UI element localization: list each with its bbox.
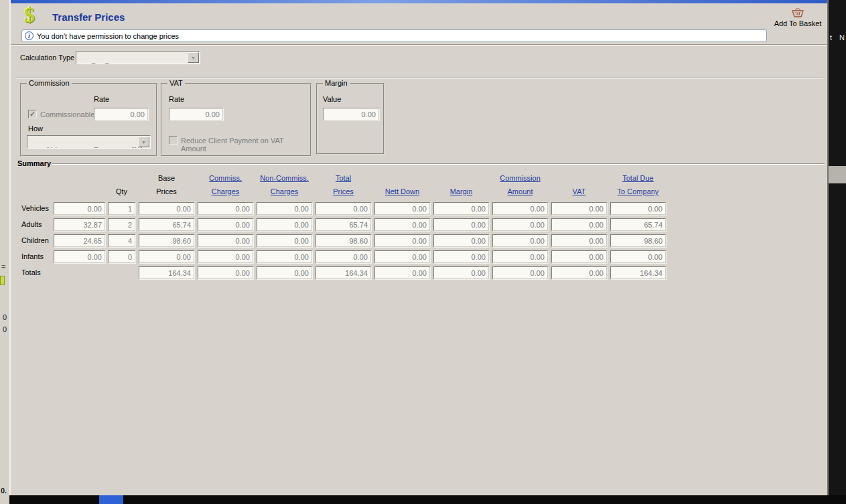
- non-commiss-charges-field[interactable]: 0.00: [257, 218, 312, 231]
- unit-price-field[interactable]: 0.00: [54, 250, 105, 263]
- calculation-type-dropdown[interactable]: Per Person ▼: [76, 51, 200, 64]
- column-header-commission-amount[interactable]: CommissionAmount: [492, 170, 548, 198]
- basket-icon: [791, 8, 804, 18]
- commissionable-label: Commissionable: [40, 110, 94, 118]
- total-due-to-company-field[interactable]: 65.74: [610, 218, 666, 231]
- base-prices-field[interactable]: 0.00: [139, 202, 194, 215]
- background-fragment: 0: [3, 313, 7, 321]
- commission-amount-field[interactable]: 0.00: [492, 250, 548, 263]
- vat-field[interactable]: 0.00: [551, 250, 607, 263]
- column-header-vat[interactable]: VAT: [551, 170, 607, 198]
- column-header-line: To Company: [618, 185, 659, 198]
- total-prices-field[interactable]: 65.74: [315, 218, 371, 231]
- column-header-base-prices: BasePrices: [139, 170, 194, 198]
- column-header-margin[interactable]: Margin: [433, 170, 489, 198]
- non-commiss-charges-field[interactable]: 0.00: [257, 234, 312, 247]
- info-icon: i: [25, 31, 33, 40]
- commiss-charges-field[interactable]: 0.00: [198, 250, 253, 263]
- unit-price-field[interactable]: 24.65: [54, 234, 105, 247]
- page-title: Transfer Prices: [52, 11, 125, 23]
- commiss-charges-field[interactable]: 0.00: [198, 266, 253, 279]
- calculation-type-value: Per Person: [91, 62, 128, 64]
- unit-price-field[interactable]: 32.87: [54, 218, 105, 231]
- summary-table-headers: QtyBasePricesCommiss.ChargesNon-Commiss.…: [11, 170, 827, 198]
- commiss-charges-field[interactable]: 0.00: [198, 202, 253, 215]
- base-prices-field[interactable]: 65.74: [139, 218, 194, 231]
- nett-down-field[interactable]: 0.00: [374, 202, 430, 215]
- total-prices-field[interactable]: 164.34: [315, 266, 371, 279]
- margin-field[interactable]: 0.00: [433, 266, 489, 279]
- column-header-total-due-to-company[interactable]: Total DueTo Company: [610, 170, 666, 198]
- margin-field[interactable]: 0.00: [433, 250, 489, 263]
- commission-group: Commission Rate Commissionable 0.00 How …: [20, 83, 157, 157]
- summary-row-adults: Adults32.87265.740.000.0065.740.000.000.…: [11, 218, 829, 231]
- summary-row-infants: Infants0.0000.000.000.000.000.000.000.00…: [11, 250, 829, 263]
- base-prices-field[interactable]: 98.60: [139, 234, 194, 247]
- vat-field[interactable]: 0.00: [551, 218, 607, 231]
- commission-amount-field[interactable]: 0.00: [492, 202, 548, 215]
- add-to-basket-button[interactable]: Add To Basket: [769, 8, 827, 27]
- margin-field[interactable]: 0.00: [433, 234, 489, 247]
- background-bottom-bar: [9, 495, 846, 504]
- commission-amount-field[interactable]: 0.00: [492, 218, 548, 231]
- total-due-to-company-field[interactable]: 0.00: [610, 250, 666, 263]
- commiss-charges-field[interactable]: 0.00: [198, 234, 253, 247]
- qty-field[interactable]: 2: [108, 218, 135, 231]
- permission-info-bar: i You don't have permission to change pr…: [21, 29, 767, 42]
- total-due-to-company-field[interactable]: 98.60: [610, 234, 666, 247]
- margin-field[interactable]: 0.00: [433, 202, 489, 215]
- row-label: Totals: [21, 268, 41, 276]
- column-header-non-commiss-charges[interactable]: Non-Commiss.Charges: [257, 170, 312, 198]
- vat-field[interactable]: 0.00: [551, 234, 607, 247]
- margin-value-field[interactable]: 0.00: [323, 108, 379, 120]
- base-prices-field[interactable]: 164.34: [139, 266, 194, 279]
- column-header-line: Qty: [116, 185, 127, 198]
- reduce-vat-checkbox[interactable]: [169, 136, 178, 145]
- column-header-line: Nett Down: [385, 185, 419, 198]
- margin-field[interactable]: 0.00: [433, 218, 489, 231]
- column-header-nett-down[interactable]: Nett Down: [374, 170, 430, 198]
- commissionable-checkbox[interactable]: [28, 110, 37, 118]
- nett-down-field[interactable]: 0.00: [374, 218, 430, 231]
- commiss-charges-field[interactable]: 0.00: [198, 218, 253, 231]
- nett-down-field[interactable]: 0.00: [374, 266, 430, 279]
- vat-rate-label: Rate: [169, 95, 184, 103]
- vat-field[interactable]: 0.00: [551, 266, 607, 279]
- non-commiss-charges-field[interactable]: 0.00: [257, 266, 312, 279]
- permission-message: You don't have permission to change pric…: [37, 32, 179, 40]
- commission-rate-label: Rate: [94, 95, 109, 103]
- divider: [52, 163, 825, 165]
- column-header-line: Charges: [212, 185, 240, 198]
- titlebar-gradient: [11, 0, 827, 3]
- commission-amount-field[interactable]: 0.00: [492, 234, 548, 247]
- qty-field[interactable]: 1: [108, 202, 135, 215]
- qty-field[interactable]: 0: [108, 250, 135, 263]
- column-header-line: Commission: [500, 171, 541, 185]
- non-commiss-charges-field[interactable]: 0.00: [257, 202, 312, 215]
- column-header-commiss-charges[interactable]: Commiss.Charges: [198, 170, 253, 198]
- total-due-to-company-field[interactable]: 164.34: [610, 266, 666, 279]
- unit-price-field[interactable]: 0.00: [54, 202, 105, 215]
- qty-field[interactable]: 4: [108, 234, 135, 247]
- background-window-right-strip: t N: [829, 0, 846, 504]
- base-prices-field[interactable]: 0.00: [139, 250, 194, 263]
- nett-down-field[interactable]: 0.00: [374, 250, 430, 263]
- vat-field[interactable]: 0.00: [551, 202, 607, 215]
- column-header-total-prices[interactable]: TotalPrices: [315, 170, 371, 198]
- total-prices-field[interactable]: 0.00: [315, 250, 371, 263]
- transfer-prices-dialog: $ Transfer Prices Add To Basket i You do…: [9, 0, 829, 495]
- chevron-down-icon[interactable]: ▼: [188, 52, 199, 63]
- divider: [11, 44, 827, 46]
- non-commiss-charges-field[interactable]: 0.00: [257, 250, 312, 263]
- total-due-to-company-field[interactable]: 0.00: [610, 202, 666, 215]
- vat-rate-field[interactable]: 0.00: [169, 108, 223, 120]
- total-prices-field[interactable]: 98.60: [315, 234, 371, 247]
- chevron-down-icon[interactable]: ▼: [138, 137, 149, 147]
- commission-how-dropdown[interactable]: % Increase or Decrease [%] ▼: [27, 135, 151, 149]
- summary-section-label: Summary: [17, 159, 51, 167]
- nett-down-field[interactable]: 0.00: [374, 234, 430, 247]
- column-header-line: VAT: [573, 185, 586, 198]
- commission-amount-field[interactable]: 0.00: [492, 266, 548, 279]
- commission-rate-field[interactable]: 0.00: [94, 108, 148, 120]
- total-prices-field[interactable]: 0.00: [315, 202, 371, 215]
